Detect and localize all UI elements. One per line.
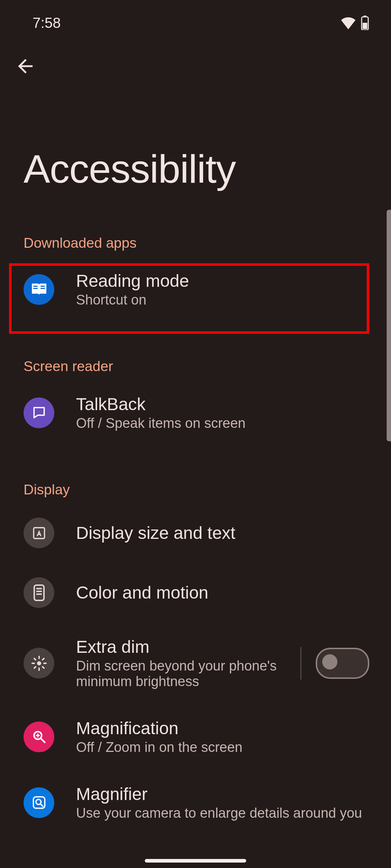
svg-rect-2 <box>363 23 367 29</box>
svg-rect-6 <box>33 288 38 289</box>
section-downloaded-apps: Downloaded apps <box>0 192 391 256</box>
magnification-sub: Off / Zoom in on the screen <box>76 740 373 755</box>
magnifier-label: Magnifier <box>76 784 373 804</box>
page-title: Accessibility <box>0 77 391 192</box>
svg-line-20 <box>34 667 35 668</box>
item-extra-dim[interactable]: Extra dim Dim screen beyond your phone's… <box>0 622 391 704</box>
extra-dim-sub: Dim screen beyond your phone's minimum b… <box>76 658 279 689</box>
item-reading-mode[interactable]: Reading mode Shortcut on <box>0 256 391 322</box>
battery-icon <box>361 16 369 30</box>
color-motion-label: Color and motion <box>76 583 373 603</box>
svg-rect-9 <box>36 588 42 589</box>
svg-line-18 <box>42 667 44 668</box>
svg-line-22 <box>41 739 45 743</box>
svg-line-17 <box>34 658 35 660</box>
item-color-motion[interactable]: Color and motion <box>0 563 391 622</box>
nav-handle[interactable] <box>145 859 246 863</box>
svg-rect-3 <box>41 286 45 287</box>
item-magnifier[interactable]: Magnifier Use your camera to enlarge det… <box>0 770 391 835</box>
divider <box>300 647 301 680</box>
svg-rect-8 <box>34 585 44 600</box>
svg-rect-4 <box>41 288 45 289</box>
item-display-size-text[interactable]: Display size and text <box>0 503 391 563</box>
display-size-label: Display size and text <box>76 523 373 543</box>
section-display: Display <box>0 446 391 503</box>
scroll-indicator[interactable] <box>387 210 391 441</box>
svg-line-19 <box>42 658 44 660</box>
talkback-sub: Off / Speak items on screen <box>76 416 373 431</box>
svg-line-27 <box>40 804 43 807</box>
reading-mode-icon <box>24 274 54 305</box>
magnifier-icon <box>24 787 54 818</box>
extra-dim-icon <box>24 648 54 678</box>
status-bar: 7:58 <box>0 0 391 35</box>
talkback-label: TalkBack <box>76 394 373 414</box>
item-talkback[interactable]: TalkBack Off / Speak items on screen <box>0 380 391 446</box>
status-time: 7:58 <box>33 15 61 31</box>
svg-rect-7 <box>34 528 45 539</box>
display-size-icon <box>24 518 54 548</box>
wifi-icon <box>340 16 356 29</box>
magnification-icon <box>24 722 54 752</box>
reading-mode-sub: Shortcut on <box>76 292 373 308</box>
svg-rect-11 <box>36 593 42 595</box>
magnification-label: Magnification <box>76 718 373 738</box>
color-motion-icon <box>24 577 54 608</box>
item-magnification[interactable]: Magnification Off / Zoom in on the scree… <box>0 704 391 770</box>
svg-rect-10 <box>36 591 42 592</box>
extra-dim-label: Extra dim <box>76 637 279 657</box>
reading-mode-label: Reading mode <box>76 271 373 291</box>
back-button[interactable] <box>14 55 391 77</box>
svg-rect-5 <box>33 286 38 287</box>
svg-point-12 <box>37 661 41 665</box>
extra-dim-toggle[interactable] <box>316 648 369 679</box>
magnifier-sub: Use your camera to enlarge details aroun… <box>76 805 373 821</box>
status-icons <box>340 16 369 30</box>
section-screen-reader: Screen reader <box>0 322 391 380</box>
talkback-icon <box>24 397 54 428</box>
